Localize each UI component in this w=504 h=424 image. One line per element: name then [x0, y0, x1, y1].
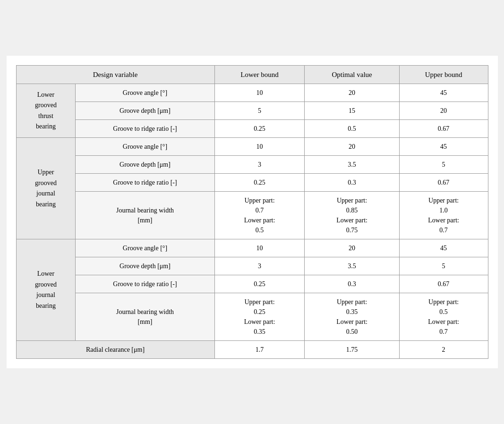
- lower-bound-cell: 3: [214, 156, 305, 174]
- table-row: UppergroovedjournalbearingGroove angle […: [16, 138, 488, 156]
- table-row: LowergroovedthrustbearingGroove angle [°…: [16, 84, 488, 102]
- upper-bound-cell: Upper part:0.5Lower part:0.7: [399, 293, 488, 341]
- header-lower-bound: Lower bound: [214, 65, 305, 84]
- optimal-value-cell: 20: [305, 239, 399, 257]
- table-row: Groove to ridge ratio [-]0.250.30.67: [16, 174, 488, 192]
- lower-bound-cell: 5: [214, 102, 305, 120]
- header-design-variable: Design variable: [16, 65, 214, 84]
- table-row: Groove to ridge ratio [-]0.250.30.67: [16, 275, 488, 293]
- radial-optimal: 1.75: [305, 341, 399, 359]
- optimal-value-cell: 3.5: [305, 257, 399, 275]
- optimal-value-cell: Upper part:0.35Lower part:0.50: [305, 293, 399, 341]
- design-variable-cell: Groove angle [°]: [76, 239, 214, 257]
- upper-bound-cell: 45: [399, 239, 488, 257]
- upper-bound-cell: 5: [399, 257, 488, 275]
- upper-bound-cell: 45: [399, 138, 488, 156]
- header-optimal-value: Optimal value: [305, 65, 399, 84]
- optimal-value-cell: 0.3: [305, 275, 399, 293]
- optimal-value-cell: 0.3: [305, 174, 399, 192]
- group-2: Lowergroovedjournalbearing: [16, 239, 76, 341]
- header-upper-bound: Upper bound: [399, 65, 488, 84]
- group-1: Uppergroovedjournalbearing: [16, 138, 76, 239]
- design-variable-cell: Groove to ridge ratio [-]: [76, 275, 214, 293]
- optimal-value-cell: 20: [305, 84, 399, 102]
- design-variable-cell: Journal bearing width[mm]: [76, 293, 214, 341]
- upper-bound-cell: 0.67: [399, 120, 488, 138]
- design-variable-cell: Groove angle [°]: [76, 138, 214, 156]
- optimal-value-cell: 0.5: [305, 120, 399, 138]
- lower-bound-cell: 0.25: [214, 120, 305, 138]
- table-row: Groove depth [μm]33.55: [16, 156, 488, 174]
- upper-bound-cell: 0.67: [399, 275, 488, 293]
- radial-lower: 1.7: [214, 341, 305, 359]
- optimal-value-cell: 20: [305, 138, 399, 156]
- table-container: Design variable Lower bound Optimal valu…: [7, 56, 498, 369]
- lower-bound-cell: Upper part:0.25Lower part:0.35: [214, 293, 305, 341]
- lower-bound-cell: 10: [214, 239, 305, 257]
- lower-bound-cell: 10: [214, 84, 305, 102]
- table-row: Journal bearing width[mm]Upper part:0.25…: [16, 293, 488, 341]
- optimal-value-cell: 15: [305, 102, 399, 120]
- upper-bound-cell: 20: [399, 102, 488, 120]
- upper-bound-cell: 5: [399, 156, 488, 174]
- footer-row: Radial clearance [μm]1.71.752: [16, 341, 488, 359]
- design-variable-cell: Groove to ridge ratio [-]: [76, 174, 214, 192]
- upper-bound-cell: 0.67: [399, 174, 488, 192]
- design-variable-cell: Journal bearing width[mm]: [76, 192, 214, 239]
- optimal-value-cell: 3.5: [305, 156, 399, 174]
- table-row: Groove depth [μm]51520: [16, 102, 488, 120]
- design-variable-cell: Groove depth [μm]: [76, 156, 214, 174]
- lower-bound-cell: 0.25: [214, 174, 305, 192]
- design-variable-cell: Groove depth [μm]: [76, 257, 214, 275]
- table-row: Groove depth [μm]33.55: [16, 257, 488, 275]
- upper-bound-cell: 45: [399, 84, 488, 102]
- radial-clearance-label: Radial clearance [μm]: [16, 341, 214, 359]
- design-variable-cell: Groove to ridge ratio [-]: [76, 120, 214, 138]
- design-variable-cell: Groove angle [°]: [76, 84, 214, 102]
- data-table: Design variable Lower bound Optimal valu…: [16, 65, 488, 359]
- lower-bound-cell: 0.25: [214, 275, 305, 293]
- lower-bound-cell: 10: [214, 138, 305, 156]
- lower-bound-cell: Upper part:0.7Lower part:0.5: [214, 192, 305, 239]
- lower-bound-cell: 3: [214, 257, 305, 275]
- table-row: Groove to ridge ratio [-]0.250.50.67: [16, 120, 488, 138]
- radial-upper: 2: [399, 341, 488, 359]
- design-variable-cell: Groove depth [μm]: [76, 102, 214, 120]
- optimal-value-cell: Upper part:0.85Lower part:0.75: [305, 192, 399, 239]
- table-row: Journal bearing width[mm]Upper part:0.7L…: [16, 192, 488, 239]
- table-row: LowergroovedjournalbearingGroove angle […: [16, 239, 488, 257]
- upper-bound-cell: Upper part:1.0Lower part:0.7: [399, 192, 488, 239]
- group-0: Lowergroovedthrustbearing: [16, 84, 76, 138]
